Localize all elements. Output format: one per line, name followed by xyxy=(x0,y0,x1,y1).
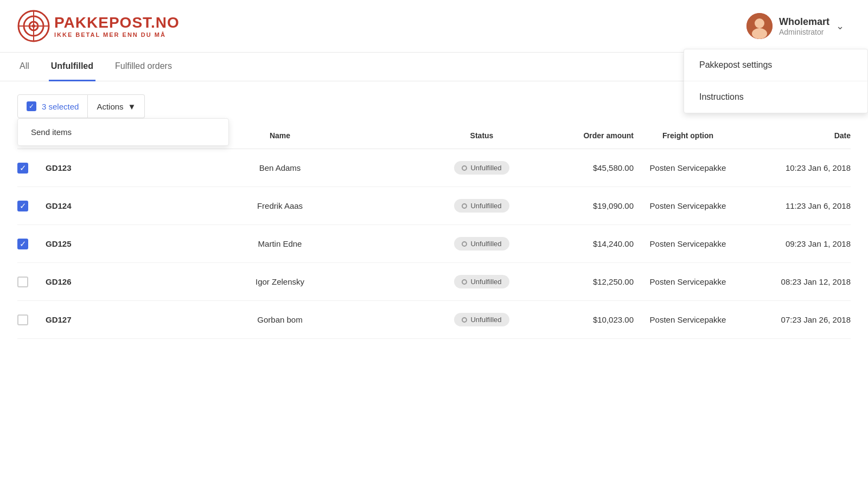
status-label-1: Unfulfilled xyxy=(470,202,501,210)
row-date-2: 09:23 Jan 1, 2018 xyxy=(742,239,851,248)
logo-name: PAKKEPOST.NO xyxy=(54,14,180,31)
row-checkbox-cell: ✓ xyxy=(17,163,46,174)
row-checkbox-4[interactable] xyxy=(17,314,28,325)
user-dropdown-menu: Pakkepost settings Instructions xyxy=(684,49,868,113)
status-dot-icon-2 xyxy=(462,241,467,247)
svg-point-7 xyxy=(755,18,764,28)
row-amount-1: $19,090.00 xyxy=(536,201,634,210)
status-label-4: Unfulfilled xyxy=(470,316,501,324)
avatar xyxy=(746,13,773,39)
row-name-2: Martin Edne xyxy=(132,239,427,248)
row-orderid-3: GD126 xyxy=(46,277,132,286)
table-body: ✓ GD123 Ben Adams Unfulfilled $45,580.00… xyxy=(17,149,851,339)
row-orderid-0: GD123 xyxy=(46,163,132,172)
th-status: Status xyxy=(427,131,536,142)
selected-count-label: 3 selected xyxy=(42,102,79,111)
row-checkbox-cell xyxy=(17,314,46,325)
status-dot-icon-3 xyxy=(462,279,467,285)
row-date-0: 10:23 Jan 6, 2018 xyxy=(742,163,851,172)
row-status-4: Unfulfilled xyxy=(427,313,536,326)
status-label-3: Unfulfilled xyxy=(470,278,501,286)
row-orderid-4: GD127 xyxy=(46,315,132,324)
row-date-3: 08:23 Jan 12, 2018 xyxy=(742,277,851,286)
table-row: GD127 Gorban bom Unfulfilled $10,023.00 … xyxy=(17,301,851,339)
logo-container: PAKKEPOST.NO IKKE BETAL MER ENN DU MÅ xyxy=(17,10,180,42)
row-status-2: Unfulfilled xyxy=(427,237,536,251)
row-name-3: Igor Zelensky xyxy=(132,277,427,286)
table-row: ✓ GD124 Fredrik Aaas Unfulfilled $19,090… xyxy=(17,187,851,225)
logo-tagline: IKKE BETAL MER ENN DU MÅ xyxy=(54,31,180,38)
actions-chevron-icon: ▼ xyxy=(128,102,136,111)
user-name: Wholemart xyxy=(779,16,829,28)
status-dot-icon-4 xyxy=(462,317,467,323)
send-items-action[interactable]: Send items xyxy=(18,119,228,145)
orders-table: Orderid Name Status Order amount Freight… xyxy=(17,131,851,339)
row-amount-2: $14,240.00 xyxy=(536,239,634,248)
row-name-1: Fredrik Aaas xyxy=(132,201,427,210)
row-orderid-2: GD125 xyxy=(46,239,132,248)
row-freight-3: Posten Servicepakke xyxy=(634,277,742,286)
row-amount-0: $45,580.00 xyxy=(536,163,634,172)
table-row: ✓ GD125 Martin Edne Unfulfilled $14,240.… xyxy=(17,225,851,263)
table-row: GD126 Igor Zelensky Unfulfilled $12,250.… xyxy=(17,263,851,301)
status-badge-1: Unfulfilled xyxy=(454,199,509,213)
main-content: ✓ 3 selected Actions ▼ Send items Orderi… xyxy=(0,81,868,352)
row-freight-4: Posten Servicepakke xyxy=(634,315,742,324)
tab-all[interactable]: All xyxy=(17,53,31,81)
status-dot-icon-1 xyxy=(462,203,467,209)
selected-badge: ✓ 3 selected xyxy=(17,94,88,118)
header: PAKKEPOST.NO IKKE BETAL MER ENN DU MÅ Wh… xyxy=(0,0,868,53)
status-label-2: Unfulfilled xyxy=(470,240,501,248)
tab-fulfilled-orders[interactable]: Fulfilled orders xyxy=(113,53,174,81)
user-info: Wholemart Administrator xyxy=(779,16,829,36)
row-checkbox-3[interactable] xyxy=(17,277,28,287)
status-label-0: Unfulfilled xyxy=(470,164,501,172)
table-row: ✓ GD123 Ben Adams Unfulfilled $45,580.00… xyxy=(17,149,851,187)
status-badge-4: Unfulfilled xyxy=(454,313,509,326)
row-date-4: 07:23 Jan 26, 2018 xyxy=(742,315,851,324)
row-amount-4: $10,023.00 xyxy=(536,315,634,324)
tab-unfulfilled[interactable]: Unfulfilled xyxy=(49,53,95,81)
status-badge-0: Unfulfilled xyxy=(454,161,509,175)
actions-label: Actions xyxy=(97,102,123,111)
row-status-1: Unfulfilled xyxy=(427,199,536,213)
row-amount-3: $12,250.00 xyxy=(536,277,634,286)
row-date-1: 11:23 Jan 6, 2018 xyxy=(742,201,851,210)
th-freight: Freight option xyxy=(634,131,742,142)
row-checkbox-cell xyxy=(17,277,46,287)
row-checkbox-2[interactable]: ✓ xyxy=(17,239,28,249)
user-role: Administrator xyxy=(779,28,829,36)
row-checkbox-0[interactable]: ✓ xyxy=(17,163,28,174)
row-status-0: Unfulfilled xyxy=(427,161,536,175)
row-checkbox-cell: ✓ xyxy=(17,239,46,249)
row-orderid-1: GD124 xyxy=(46,201,132,210)
row-name-0: Ben Adams xyxy=(132,163,427,172)
row-freight-1: Posten Servicepakke xyxy=(634,201,742,210)
row-name-4: Gorban bom xyxy=(132,315,427,324)
logo-text: PAKKEPOST.NO IKKE BETAL MER ENN DU MÅ xyxy=(54,14,180,38)
status-badge-3: Unfulfilled xyxy=(454,275,509,288)
row-freight-2: Posten Servicepakke xyxy=(634,239,742,248)
user-menu-button[interactable]: Wholemart Administrator ⌄ xyxy=(740,9,851,43)
th-date: Date xyxy=(742,131,851,142)
row-checkbox-1[interactable]: ✓ xyxy=(17,201,28,211)
instructions-item[interactable]: Instructions xyxy=(684,81,867,113)
select-all-checkbox[interactable]: ✓ xyxy=(27,101,36,111)
status-badge-2: Unfulfilled xyxy=(454,237,509,251)
actions-dropdown-menu: Send items xyxy=(17,118,229,146)
row-status-3: Unfulfilled xyxy=(427,275,536,288)
svg-point-8 xyxy=(752,28,767,39)
status-dot-icon-0 xyxy=(462,165,467,171)
actions-button[interactable]: Actions ▼ xyxy=(88,94,145,118)
th-amount: Order amount xyxy=(536,131,634,142)
chevron-down-icon: ⌄ xyxy=(836,20,844,32)
pakkepost-logo-icon xyxy=(17,10,50,42)
row-checkbox-cell: ✓ xyxy=(17,201,46,211)
row-freight-0: Posten Servicepakke xyxy=(634,163,742,172)
pakkepost-settings-item[interactable]: Pakkepost settings xyxy=(684,49,867,81)
